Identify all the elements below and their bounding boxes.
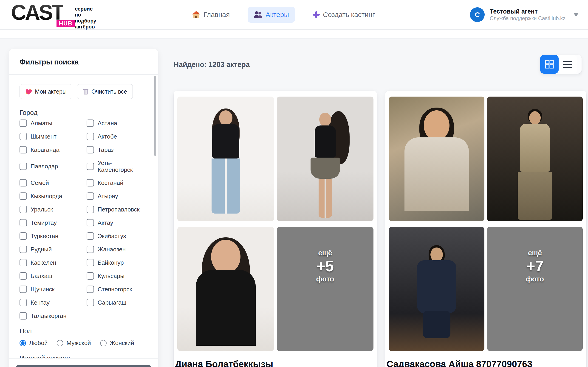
checkbox[interactable]	[19, 286, 27, 293]
city-checkbox-taldykorgan[interactable]: Талдыкорган	[19, 312, 86, 319]
checkbox[interactable]	[86, 163, 94, 170]
checkbox[interactable]	[19, 219, 27, 226]
filters-scroll-area: Мои актеры Очистить все Го	[9, 75, 158, 358]
actor-photo[interactable]	[277, 97, 373, 221]
more-photos-tile[interactable]: ещё +5 фото	[277, 227, 373, 351]
checkbox[interactable]	[86, 179, 94, 186]
more-photos-count: +5	[317, 258, 334, 275]
checkbox[interactable]	[19, 299, 27, 306]
gender-radio-group: Любой Мужской Женский	[19, 340, 134, 347]
checkbox[interactable]	[19, 146, 27, 153]
checkbox[interactable]	[19, 179, 27, 186]
apply-filters-button[interactable]	[15, 365, 152, 367]
city-checkbox-atyrau[interactable]: Атырау	[86, 192, 148, 200]
actor-name[interactable]: Диана Болатбеккызы	[175, 359, 273, 367]
city-checkbox-stepnogorsk[interactable]: Степногорск	[86, 286, 148, 293]
city-checkbox-kostanay[interactable]: Костанай	[86, 179, 148, 186]
city-checkbox-shymkent[interactable]: Шымкент	[19, 133, 86, 140]
city-checkbox-kaskelen[interactable]: Каскелен	[19, 259, 86, 266]
checkbox[interactable]	[19, 119, 27, 127]
city-checkbox-rudny[interactable]: Рудный	[19, 246, 86, 253]
checkbox[interactable]	[86, 272, 94, 280]
city-checkbox-aktau[interactable]: Актау	[86, 219, 148, 226]
checkbox[interactable]	[86, 206, 94, 213]
avatar: C	[470, 7, 485, 22]
city-checkbox-karaganda[interactable]: Караганда	[19, 146, 86, 153]
list-view-button[interactable]	[559, 55, 577, 74]
actor-card[interactable]: ещё +7 фото Садвакасова Айша 87077090763	[385, 91, 586, 367]
checkbox[interactable]	[86, 259, 94, 266]
grid-view-button[interactable]	[540, 55, 559, 74]
checkbox[interactable]	[19, 246, 27, 253]
city-checkbox-ekibastuz[interactable]: Экибастуз	[86, 232, 148, 240]
checkbox[interactable]	[86, 192, 94, 200]
checkbox[interactable]	[86, 133, 94, 140]
actor-photo[interactable]	[389, 227, 484, 351]
plus-icon	[313, 11, 320, 18]
city-checkbox-kulsary[interactable]: Кульсары	[86, 272, 148, 280]
city-checkbox-ust-kamenogorsk[interactable]: Усть-Каменогорск	[86, 159, 148, 173]
checkbox[interactable]	[19, 133, 27, 140]
radio-button[interactable]	[19, 340, 26, 346]
my-actors-button[interactable]: Мои актеры	[19, 84, 72, 99]
city-checkbox-temirtau[interactable]: Темиртау	[19, 219, 86, 226]
checkbox[interactable]	[19, 232, 27, 240]
checkbox[interactable]	[86, 119, 94, 127]
checkbox[interactable]	[19, 206, 27, 213]
city-checkbox-semey[interactable]: Семей	[19, 179, 86, 186]
view-toggle	[540, 55, 582, 74]
city-checkbox-kyzylorda[interactable]: Кызылорда	[19, 192, 86, 200]
more-photos-tile[interactable]: ещё +7 фото	[487, 227, 583, 351]
actor-photo[interactable]	[177, 227, 274, 351]
sidebar-scrollbar-thumb[interactable]	[154, 76, 156, 156]
actor-photo[interactable]	[487, 97, 583, 221]
city-checkbox-astana[interactable]: Астана	[86, 119, 148, 127]
city-checkbox-baikonur[interactable]: Байконур	[86, 259, 148, 266]
header: CAST HUB сервис по подбору актёров Гла	[0, 0, 588, 30]
nav-item-home[interactable]: Главная	[186, 7, 236, 23]
city-checkbox-aktobe[interactable]: Актобе	[86, 133, 148, 140]
actor-photo[interactable]	[177, 97, 274, 221]
checkbox[interactable]	[19, 192, 27, 200]
city-checkbox-petropavlovsk[interactable]: Петропавловск	[86, 206, 148, 213]
user-menu[interactable]: C Тестовый агент Служба поддержки CastHu…	[470, 0, 579, 29]
city-checkbox-shchuchinsk[interactable]: Щучинск	[19, 286, 86, 293]
checkbox[interactable]	[19, 163, 27, 170]
more-photos-count: +7	[526, 258, 544, 275]
radio-button[interactable]	[100, 340, 107, 346]
actor-name[interactable]: Садвакасова Айша 87077090763	[387, 359, 532, 367]
city-checkbox-turkestan[interactable]: Туркестан	[19, 232, 86, 240]
actor-photo[interactable]	[389, 97, 484, 221]
checkbox[interactable]	[86, 232, 94, 240]
gender-radio-female[interactable]: Женский	[100, 340, 134, 347]
checkbox[interactable]	[86, 286, 94, 293]
checkbox[interactable]	[86, 299, 94, 306]
user-name: Тестовый агент	[490, 8, 565, 15]
city-checkbox-pavlodar[interactable]: Павлодар	[19, 163, 86, 170]
clear-all-label: Очистить все	[91, 88, 127, 95]
checkbox[interactable]	[19, 272, 27, 280]
checkbox[interactable]	[86, 246, 94, 253]
actor-card[interactable]: ещё +5 фото Диана Болатбеккызы	[174, 91, 377, 367]
city-checkbox-almaty[interactable]: Алматы	[19, 119, 86, 127]
city-checkbox-taraz[interactable]: Тараз	[86, 146, 148, 153]
checkbox[interactable]	[19, 312, 27, 319]
nav-item-label: Главная	[204, 11, 230, 19]
city-checkbox-kentau[interactable]: Кентау	[19, 299, 86, 306]
nav-item-actors[interactable]: Актеры	[248, 7, 295, 23]
checkbox[interactable]	[86, 219, 94, 226]
checkbox[interactable]	[86, 146, 94, 153]
radio-button[interactable]	[57, 340, 63, 346]
home-icon	[192, 11, 200, 19]
gender-radio-male[interactable]: Мужской	[57, 340, 91, 347]
city-checkbox-saryagash[interactable]: Сарыагаш	[86, 299, 148, 306]
casthub-logo[interactable]: CAST HUB сервис по подбору актёров	[11, 3, 98, 27]
city-checkbox-zhanaozen[interactable]: Жанаозен	[86, 246, 148, 253]
more-photos-prefix: ещё	[528, 248, 542, 258]
city-checkbox-uralsk[interactable]: Уральск	[19, 206, 86, 213]
checkbox[interactable]	[19, 259, 27, 266]
city-checkbox-balkhash[interactable]: Балхаш	[19, 272, 86, 280]
clear-all-button[interactable]: Очистить все	[77, 84, 133, 99]
gender-radio-any[interactable]: Любой	[19, 340, 48, 347]
nav-item-create-casting[interactable]: Создать кастинг	[307, 7, 381, 23]
